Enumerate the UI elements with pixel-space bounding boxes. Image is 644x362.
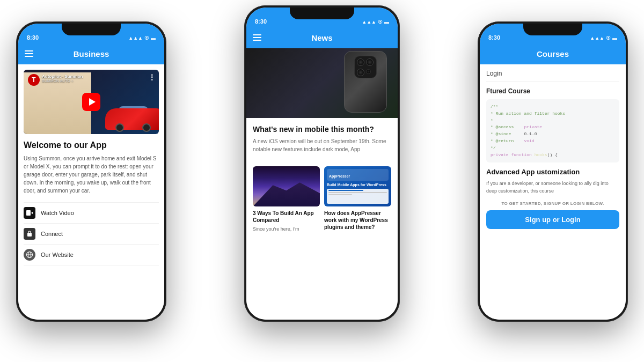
center-menu-icon[interactable] xyxy=(253,34,261,41)
wifi-icon: ⦿ xyxy=(144,35,149,41)
center-nav-title: News xyxy=(311,33,332,42)
card-left-text: Since you're here, I'm xyxy=(253,226,320,233)
apppresser-logo: AppPresser xyxy=(327,169,389,181)
code-line-5: * @since 0.1.0 xyxy=(491,131,615,138)
left-nav-title: Business xyxy=(74,49,109,58)
signup-login-button[interactable]: Sign up or Login xyxy=(486,210,619,229)
wifi-icon: ⦿ xyxy=(378,19,383,25)
tesla-logo xyxy=(28,74,40,86)
news-card-right[interactable]: AppPresser Build Mobile Apps for WordPre… xyxy=(324,166,391,233)
lens-small xyxy=(366,69,371,74)
battery-icon: ▬ xyxy=(151,35,156,41)
left-phone: 8:30 ▲▲▲ ⦿ ▬ Business xyxy=(16,21,166,322)
news-main-title: What's new in mobile this month? xyxy=(253,124,391,134)
signal-icon: ▲▲▲ xyxy=(362,19,376,25)
mountain-image xyxy=(253,166,320,206)
camera-module xyxy=(354,56,377,78)
course-title: Advanced App ustomization xyxy=(486,168,619,177)
menu-item-watch-video[interactable]: Watch Video xyxy=(24,203,159,224)
svg-rect-0 xyxy=(26,210,31,216)
login-section: Login xyxy=(486,70,619,82)
lens-3 xyxy=(357,69,364,76)
card-right-title: How does AppPresser work with my WordPre… xyxy=(324,210,391,231)
left-content: Autopilot - Summon SUMMON AUTO ○ ⋮ Welco… xyxy=(18,64,164,320)
news-main-text: A new iOS version will be out on Septemb… xyxy=(253,137,391,153)
right-phone: 8:30 ▲▲▲ ⦿ ▬ Courses Login Ftured Course xyxy=(478,21,628,322)
center-nav-bar: News xyxy=(246,27,398,48)
mountain-shape xyxy=(253,180,320,206)
video-title-1: Autopilot - Summon xyxy=(42,74,83,79)
welcome-text: Using Summon, once you arrive home and e… xyxy=(24,154,159,195)
center-phone: 8:30 ▲▲▲ ⦿ ▬ News xyxy=(244,5,400,322)
code-line-1: /** xyxy=(491,104,615,110)
center-content: What's new in mobile this month? A new i… xyxy=(246,48,398,320)
battery-icon: ▬ xyxy=(612,35,617,41)
right-content: Login Ftured Course /** * Run action and… xyxy=(480,64,626,320)
wifi-icon: ⦿ xyxy=(606,35,611,41)
right-nav-title: Courses xyxy=(537,49,569,58)
left-status-time: 8:30 xyxy=(27,34,39,41)
iphone-image xyxy=(344,51,392,115)
card-left-title: 3 Ways To Build An App Compared xyxy=(253,210,320,224)
apppresser-image: AppPresser Build Mobile Apps for WordPre… xyxy=(324,166,391,206)
left-nav-bar: Business xyxy=(18,43,164,64)
signal-icon: ▲▲▲ xyxy=(128,35,143,41)
code-line-4: * @access private xyxy=(491,124,615,131)
right-notch xyxy=(523,24,582,35)
right-status-time: 8:30 xyxy=(488,34,500,41)
ap-line-1 xyxy=(328,190,363,191)
center-status-icons: ▲▲▲ ⦿ ▬ xyxy=(362,19,389,25)
course-title-prefix: A xyxy=(486,168,491,176)
code-line-2: * Run action and filter hooks xyxy=(491,110,615,117)
signup-prompt: TO GET STARTED, SIGNUP OR LOGIN BELOW. xyxy=(486,201,619,206)
course-desc-prefix: If xyxy=(486,181,491,186)
right-status-icons: ▲▲▲ ⦿ ▬ xyxy=(590,35,617,41)
welcome-title: Welcome to our App xyxy=(24,141,159,150)
news-grid: 3 Ways To Build An App Compared Since yo… xyxy=(246,166,398,239)
course-desc: If you are a developer, or someone looki… xyxy=(486,180,619,195)
watch-video-label: Watch Video xyxy=(41,210,74,216)
code-line-8: private function hooks() { xyxy=(491,152,615,159)
ap-mockup xyxy=(327,189,389,204)
left-notch xyxy=(62,24,121,35)
news-hero-image xyxy=(246,48,398,118)
login-label: Login xyxy=(486,70,502,77)
code-line-6: * @return void xyxy=(491,138,615,145)
ap-line-2 xyxy=(328,192,387,193)
menu-items-list: Watch Video Connect Our Website xyxy=(24,202,159,265)
right-nav-bar: Courses xyxy=(480,43,626,64)
more-dots-icon[interactable]: ⋮ xyxy=(148,73,156,82)
left-menu-icon[interactable] xyxy=(25,50,33,57)
signal-icon: ▲▲▲ xyxy=(590,35,604,41)
video-title-2: SUMMON AUTO ○ xyxy=(42,79,83,83)
video-thumbnail[interactable]: Autopilot - Summon SUMMON AUTO ○ ⋮ xyxy=(24,70,159,134)
center-status-time: 8:30 xyxy=(255,18,267,25)
code-block: /** * Run action and filter hooks * * @a… xyxy=(486,99,619,162)
menu-item-connect[interactable]: Connect xyxy=(24,224,159,245)
ap-headline: Build Mobile Apps for WordPress xyxy=(327,182,389,187)
center-notch xyxy=(290,8,354,19)
website-label: Our Website xyxy=(41,252,74,258)
featured-label: Ftured Course xyxy=(486,87,619,95)
lens-1 xyxy=(357,58,364,66)
ap-line-3 xyxy=(328,194,352,195)
battery-icon: ▬ xyxy=(384,19,389,25)
play-button[interactable] xyxy=(82,93,100,111)
ap-logo-text: AppPresser xyxy=(329,174,350,178)
svg-rect-2 xyxy=(27,233,32,237)
video-icon xyxy=(24,207,35,219)
video-text: Autopilot - Summon SUMMON AUTO ○ xyxy=(42,74,83,83)
globe-icon xyxy=(24,249,35,261)
connect-label: Connect xyxy=(41,231,63,237)
news-card-left[interactable]: 3 Ways To Build An App Compared Since yo… xyxy=(253,166,320,233)
code-line-7: */ xyxy=(491,145,615,152)
lens-2 xyxy=(366,58,374,66)
svg-marker-1 xyxy=(31,212,33,214)
news-main-article: What's new in mobile this month? A new i… xyxy=(246,118,398,166)
left-status-icons: ▲▲▲ ⦿ ▬ xyxy=(128,35,156,41)
menu-item-website[interactable]: Our Website xyxy=(24,245,159,265)
bag-icon xyxy=(24,228,35,240)
code-line-3: * xyxy=(491,117,615,124)
